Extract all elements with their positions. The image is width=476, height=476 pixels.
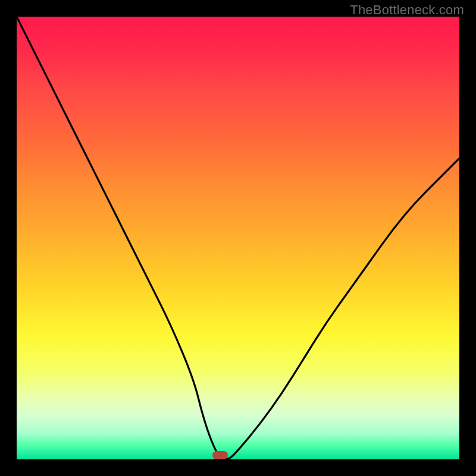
- chart-frame: TheBottleneck.com: [0, 0, 476, 476]
- watermark-text: TheBottleneck.com: [350, 2, 464, 18]
- bottleneck-curve: [17, 17, 459, 459]
- curve-path: [17, 17, 459, 459]
- plot-area: [17, 17, 459, 459]
- optimal-point-marker: [212, 451, 228, 459]
